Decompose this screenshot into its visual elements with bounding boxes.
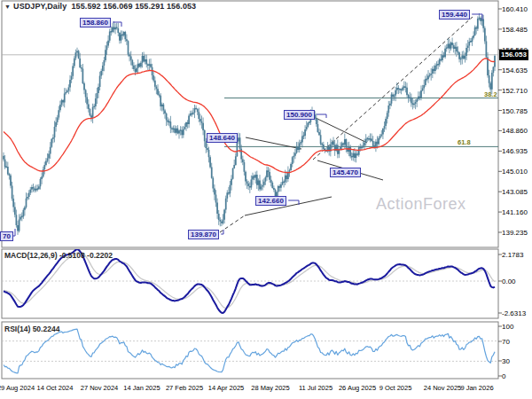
price-tag: 150.900	[284, 110, 315, 120]
symbol-label: USDJPY,Daily	[13, 2, 66, 11]
price-tag: 159.440	[439, 10, 470, 20]
price-axis-label: 158.485	[502, 25, 528, 33]
x-axis-label: 28 May 2025	[251, 384, 289, 392]
macd-label: MACD(12,26,9)	[4, 251, 58, 260]
price-tag: 158.860	[80, 18, 111, 27]
x-axis-label: 24 Nov 2025	[424, 384, 462, 392]
rsi-axis-label: 70	[502, 338, 510, 346]
x-axis-label: 27 Nov 2024	[81, 384, 119, 392]
rsi-axis-label: 0	[502, 372, 505, 380]
rsi-axis-label: 30	[502, 357, 510, 365]
price-tag: 139.870	[188, 230, 219, 239]
rsi-axis-label: 100	[502, 323, 513, 331]
chart-title-bar: ▼USDJPY,Daily 155.592 156.069 155.291 15…	[4, 2, 196, 11]
price-axis-label: 148.860	[502, 127, 528, 135]
fib-level-label: 61.8	[458, 138, 471, 146]
price-tag: 148.640	[207, 133, 238, 143]
x-axis-label: 26 Aug 2025	[339, 384, 376, 392]
watermark: ActionForex	[376, 195, 466, 214]
macd-axis-label: 0.00	[502, 278, 516, 286]
price-tag: 145.470	[330, 168, 361, 177]
price-tag: 70	[0, 231, 13, 241]
price-axis-label: 143.085	[502, 188, 528, 196]
chart-window: ▼USDJPY,Daily 155.592 156.069 155.291 15…	[0, 0, 532, 399]
macd-label-row: MACD(12,26,9) -0.5108 -0.2202	[4, 251, 113, 260]
price-axis-label: 146.935	[502, 147, 528, 155]
ohlc-values: 155.592 156.069 155.291 156.053	[71, 2, 196, 11]
rsi-label: RSI(14) 50.2244	[4, 325, 59, 333]
symbol-dropdown-icon[interactable]: ▼	[4, 4, 11, 10]
macd-axis-label: -2.6313	[502, 309, 526, 317]
price-axis-label: 141.160	[502, 208, 528, 216]
price-tag: 142.660	[255, 196, 286, 206]
current-price-tag: 156.053	[499, 50, 528, 60]
price-axis-label: 152.710	[502, 86, 528, 94]
price-axis-label: 154.635	[502, 66, 528, 74]
x-axis-label: 9 Oct 2025	[379, 384, 412, 392]
x-axis-label: 14 Oct 2024	[37, 384, 74, 392]
price-axis-label: 150.785	[502, 106, 528, 114]
price-axis-label: 139.235	[502, 229, 528, 237]
x-axis-label: 14 Jan 2025	[123, 384, 160, 392]
fib-level-label: 38.2	[484, 90, 497, 98]
macd-axis-label: 2.1783	[502, 251, 523, 259]
x-axis-label: 14 Apr 2025	[208, 384, 244, 392]
x-axis-label: 11 Jul 2025	[299, 384, 332, 392]
price-axis-label: 145.010	[502, 168, 528, 176]
x-axis-label: 9 Jan 2026	[460, 384, 493, 392]
x-axis-label: 27 Feb 2025	[166, 384, 203, 392]
macd-values: -0.5108 -0.2202	[59, 251, 113, 260]
price-axis-label: 160.410	[502, 5, 528, 13]
x-axis-label: 29 Aug 2024	[0, 384, 35, 392]
